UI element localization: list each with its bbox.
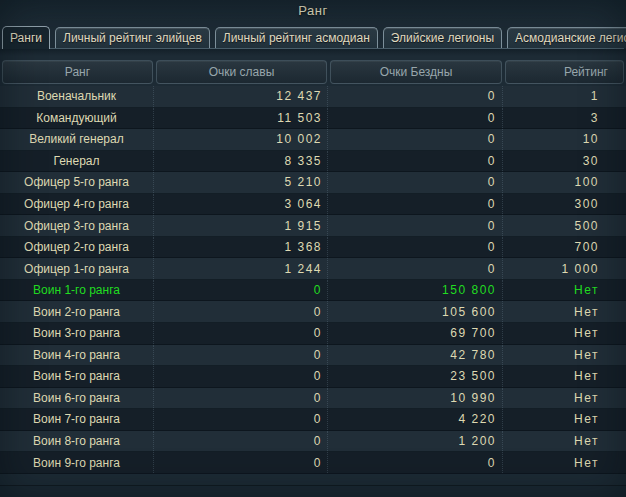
tab-label: Элийские легионы: [391, 31, 494, 45]
rating-cell: Нет: [503, 409, 626, 430]
abyss-cell: 0: [328, 194, 503, 215]
table-row: Офицер 3-го ранга 1 915 0 500: [0, 215, 626, 237]
glory-cell: 3 064: [154, 194, 328, 215]
rank-cell: Воин 3-го ранга: [0, 323, 154, 344]
rating-cell: Нет: [503, 452, 626, 473]
rating-cell: Нет: [503, 345, 626, 366]
rank-cell: Воин 8-го ранга: [0, 431, 154, 452]
column-header-rank[interactable]: Ранг: [2, 60, 153, 84]
tab-1[interactable]: Ранги: [2, 26, 50, 49]
rating-cell: 30: [503, 151, 626, 172]
tab-label: Асмодианские легионы: [515, 31, 626, 45]
rating-cell: 500: [503, 215, 626, 236]
abyss-cell: 150 800: [328, 280, 503, 301]
window-title: Ранг: [298, 3, 327, 18]
window-titlebar: Ранг: [0, 0, 626, 22]
abyss-cell: 1 200: [328, 431, 503, 452]
rating-cell: 1: [503, 86, 626, 107]
glory-cell: 5 210: [154, 172, 328, 193]
tab-label: Личный рейтинг асмодиан: [223, 31, 370, 45]
tab-label: Личный рейтинг элийцев: [63, 31, 202, 45]
abyss-cell: 69 700: [328, 323, 503, 344]
table-row: Воин 5-го ранга 0 23 500 Нет: [0, 366, 626, 388]
rating-cell: Нет: [503, 301, 626, 322]
glory-cell: 1 368: [154, 237, 328, 258]
table-header: Ранг Очки славы Очки Бездны Рейтинг: [2, 60, 624, 84]
rating-cell: 3: [503, 108, 626, 129]
rating-cell: 300: [503, 194, 626, 215]
rank-cell: Офицер 3-го ранга: [0, 215, 154, 236]
glory-cell: 1 915: [154, 215, 328, 236]
table-row: Воин 4-го ранга 0 42 780 Нет: [0, 345, 626, 367]
rating-cell: Нет: [503, 366, 626, 387]
abyss-cell: 0: [328, 237, 503, 258]
rating-cell: 10: [503, 129, 626, 150]
column-header-abyss[interactable]: Очки Бездны: [330, 60, 502, 84]
rating-cell: Нет: [503, 323, 626, 344]
table-row: Воин 7-го ранга 0 4 220 Нет: [0, 409, 626, 431]
glory-cell: 0: [154, 409, 328, 430]
table-row: Офицер 2-го ранга 1 368 0 700: [0, 237, 626, 259]
glory-cell: 10 002: [154, 129, 328, 150]
glory-cell: 0: [154, 345, 328, 366]
tab-3[interactable]: Личный рейтинг асмодиан: [215, 27, 378, 48]
rank-cell: Офицер 4-го ранга: [0, 194, 154, 215]
table-row: Воин 3-го ранга 0 69 700 Нет: [0, 323, 626, 345]
rank-cell: Офицер 2-го ранга: [0, 237, 154, 258]
rank-cell: Воин 4-го ранга: [0, 345, 154, 366]
abyss-cell: 23 500: [328, 366, 503, 387]
abyss-cell: 4 220: [328, 409, 503, 430]
table-row: Воин 8-го ранга 0 1 200 Нет: [0, 431, 626, 453]
rank-cell: Офицер 1-го ранга: [0, 258, 154, 279]
column-header-rating[interactable]: Рейтинг: [505, 60, 624, 84]
table-body: Военачальник 12 437 0 1 Командующий 11 5…: [0, 86, 626, 474]
rating-cell: Нет: [503, 388, 626, 409]
rank-cell: Воин 6-го ранга: [0, 388, 154, 409]
tab-5[interactable]: Асмодианские легионы: [507, 27, 626, 48]
glory-cell: 0: [154, 388, 328, 409]
glory-cell: 0: [154, 280, 328, 301]
rank-cell: Офицер 5-го ранга: [0, 172, 154, 193]
rank-cell: Воин 5-го ранга: [0, 366, 154, 387]
table-row: Воин 1-го ранга 0 150 800 Нет: [0, 280, 626, 302]
glory-cell: 8 335: [154, 151, 328, 172]
abyss-cell: 0: [328, 108, 503, 129]
glory-cell: 11 503: [154, 108, 328, 129]
abyss-cell: 0: [328, 258, 503, 279]
rating-cell: 100: [503, 172, 626, 193]
rating-cell: 700: [503, 237, 626, 258]
window-bottom-edge: [0, 485, 626, 497]
tab-2[interactable]: Личный рейтинг элийцев: [55, 27, 210, 48]
abyss-cell: 0: [328, 452, 503, 473]
rank-cell: Командующий: [0, 108, 154, 129]
table-row: Воин 6-го ранга 0 10 990 Нет: [0, 388, 626, 410]
table-row: Генерал 8 335 0 30: [0, 151, 626, 173]
table-row: Военачальник 12 437 0 1: [0, 86, 626, 108]
rating-cell: 1 000: [503, 258, 626, 279]
abyss-cell: 10 990: [328, 388, 503, 409]
tab-bar: Ранги Личный рейтинг элийцев Личный рейт…: [2, 25, 624, 49]
tabbar-shadow: [0, 49, 626, 56]
glory-cell: 12 437: [154, 86, 328, 107]
column-header-glory[interactable]: Очки славы: [156, 60, 327, 84]
abyss-cell: 0: [328, 172, 503, 193]
table-row: Великий генерал 10 002 0 10: [0, 129, 626, 151]
glory-cell: 1 244: [154, 258, 328, 279]
abyss-cell: 0: [328, 86, 503, 107]
abyss-cell: 0: [328, 215, 503, 236]
glory-cell: 0: [154, 323, 328, 344]
rank-cell: Великий генерал: [0, 129, 154, 150]
glory-cell: 0: [154, 366, 328, 387]
glory-cell: 0: [154, 431, 328, 452]
table-row: Воин 9-го ранга 0 0 Нет: [0, 452, 626, 474]
table-row: Командующий 11 503 0 3: [0, 108, 626, 130]
abyss-cell: 0: [328, 129, 503, 150]
rank-cell: Генерал: [0, 151, 154, 172]
tab-4[interactable]: Элийские легионы: [383, 27, 502, 48]
abyss-cell: 42 780: [328, 345, 503, 366]
rank-cell: Воин 2-го ранга: [0, 301, 154, 322]
table-row: Офицер 4-го ранга 3 064 0 300: [0, 194, 626, 216]
abyss-cell: 105 600: [328, 301, 503, 322]
table-row: Офицер 1-го ранга 1 244 0 1 000: [0, 258, 626, 280]
rank-cell: Военачальник: [0, 86, 154, 107]
